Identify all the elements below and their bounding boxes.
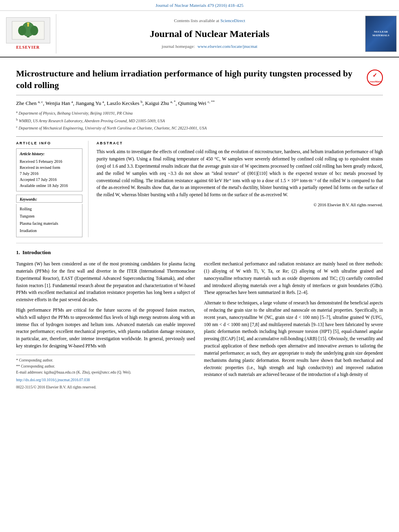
elsevier-logo-image [6,17,50,43]
abstract-text: This work aims to investigate the effect… [97,148,383,199]
authors-text: Zhe Chen a, c, Wenjia Han a, Jiangang Yu… [16,100,215,106]
article-title: Microstructure and helium irradiation pe… [16,68,367,91]
keywords-heading: Keywords: [16,195,82,203]
authors-line: Zhe Chen a, c, Wenjia Han a, Jiangang Yu… [16,99,383,107]
journal-reference: Journal of Nuclear Materials 479 (2016) … [156,3,244,8]
svg-point-4 [30,26,38,35]
crossmark-label: CrossMark [368,80,382,84]
accepted-date: Accepted 17 July 2016 [20,177,79,183]
article-title-area: Microstructure and helium irradiation pe… [16,68,383,95]
science-direct-link[interactable]: ScienceDirect [220,18,245,23]
available-online-date: Available online 18 July 2016 [20,183,79,189]
history-label: Article history: [20,151,79,157]
received-date: Received 5 February 2016 [20,158,79,164]
svg-point-3 [18,26,26,35]
introduction-section: 1.Introduction Tungsten (W) has been con… [16,249,383,390]
intro-paragraph-2: High performance PFMs are critical for t… [16,307,195,350]
corresponding-1: * Corresponding author. [16,357,195,364]
article-info-heading: ARTICLE INFO [16,141,82,146]
elsevier-logo-area: ELSEVIER [0,14,56,53]
info-abstract-section: ARTICLE INFO Article history: Received 5… [16,136,383,237]
received-revised-label: Received in revised form [20,164,79,170]
elsevier-tree-svg [10,19,46,41]
keyword-rolling: Rolling [20,205,79,213]
right-paragraph-1: excellent mechanical performance and rad… [204,261,383,296]
section-divider [16,243,383,243]
journal-main-title: Journal of Nuclear Materials [150,27,269,41]
intro-left-col: Tungsten (W) has been considered as one … [16,261,195,390]
homepage-link[interactable]: www.elsevier.com/locate/jnucmat [197,44,257,49]
intro-right-col: excellent mechanical performance and rad… [204,261,383,390]
introduction-heading: 1.Introduction [16,249,383,257]
introduction-body: Tungsten (W) has been considered as one … [16,261,383,390]
keyword-plasma: Plasma facing materials [20,220,79,227]
abstract-panel: ABSTRACT This work aims to investigate t… [97,141,383,237]
contents-label: Contents lists available at [174,18,219,23]
email-label: E-mail addresses: [16,370,43,374]
journal-reference-bar: Journal of Nuclear Materials 479 (2016) … [0,0,399,11]
keywords-label-block: Keywords: [16,195,82,203]
email-line: E-mail addresses: kgzhu@buaa.edu.cn (K. … [16,370,195,376]
affiliations-block: a Department of Physics, Beihang Univers… [16,109,383,131]
affiliation-b: b WMRD, US Army Research Laboratory, Abe… [16,117,383,124]
article-history-block: Article history: Received 5 February 201… [16,148,82,191]
keywords-section: Keywords: Rolling Tungsten Plasma facing… [16,195,82,238]
article-info-panel: ARTICLE INFO Article history: Received 5… [16,141,88,237]
journal-title-area: Contents lists available at ScienceDirec… [56,14,363,53]
paper-body: Microstructure and helium irradiation pe… [0,58,399,398]
journal-header: ELSEVIER Contents lists available at Sci… [0,11,399,58]
homepage-label: journal homepage: [162,44,195,49]
elsevier-brand-text: ELSEVIER [16,45,40,51]
cover-text: NUCLEAR MATERIALS [367,30,395,37]
doi-link[interactable]: http://dx.doi.org/10.1016/j.jnucmat.2016… [16,377,195,383]
keywords-list: Rolling Tungsten Plasma facing materials… [16,204,82,237]
revised-date: 7 July 2016 [20,170,79,177]
footnotes-area: * Corresponding author. ** Corresponding… [16,355,195,390]
affiliation-c: c Department of Mechanical Engineering, … [16,124,383,131]
journal-homepage-line: journal homepage: www.elsevier.com/locat… [162,43,257,50]
copyright-line: © 2016 Elsevier B.V. All rights reserved… [97,202,383,208]
crossmark-badge: ✓ CrossMark [367,70,383,86]
right-paragraph-2: Alternate to these techniques, a large v… [204,300,383,378]
keyword-tungsten: Tungsten [20,213,79,220]
contents-available-line: Contents lists available at ScienceDirec… [174,18,245,24]
keyword-irradiation: Irradiation [20,227,79,234]
issn-line: 0022-3115/© 2016 Elsevier B.V. All right… [16,384,195,390]
journal-cover-image: NUCLEAR MATERIALS [365,16,397,52]
abstract-heading: ABSTRACT [97,141,383,146]
journal-cover-area: NUCLEAR MATERIALS [363,14,399,53]
svg-point-6 [27,23,29,24]
intro-paragraph-1: Tungsten (W) has been considered as one … [16,261,195,304]
email-addresses: kgzhu@buaa.edu.cn (K. Zhu), qwei@uncc.ed… [44,370,132,374]
affiliation-a: a Department of Physics, Beihang Univers… [16,109,383,117]
corresponding-2: ** Corresponding author. [16,364,195,370]
